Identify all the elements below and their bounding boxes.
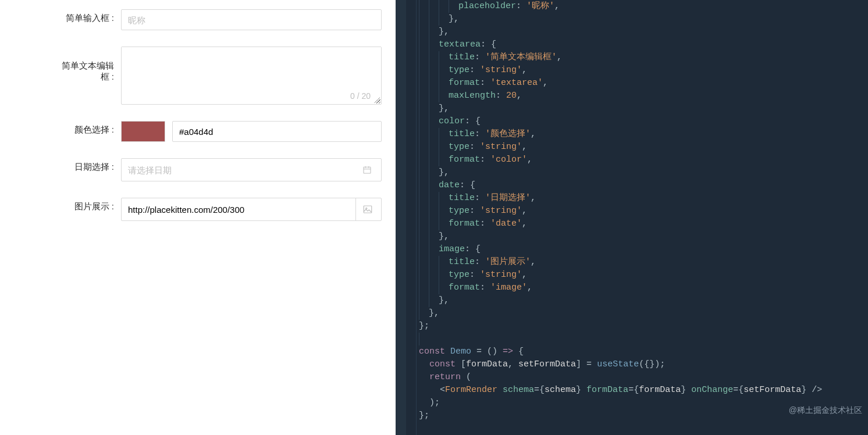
picture-icon[interactable]	[355, 198, 379, 220]
image-url-wrapper	[121, 198, 382, 221]
form-row-simple-input: 简单输入框 :	[5, 9, 382, 30]
image-label: 图片展示 :	[5, 198, 121, 212]
form-preview-pane: 简单输入框 : 简单文本编辑 框 : 0 / 20 颜色选择 : 日期选择 :	[0, 0, 396, 435]
date-input-field[interactable]	[128, 159, 355, 181]
code-gutter	[396, 0, 406, 435]
form-row-textarea: 简单文本编辑 框 : 0 / 20	[5, 47, 382, 105]
svg-rect-0	[364, 167, 371, 173]
textarea-wrapper: 0 / 20	[121, 47, 382, 105]
textarea-field[interactable]	[122, 47, 381, 90]
color-hex-input[interactable]	[172, 121, 382, 142]
simple-input-field[interactable]	[121, 9, 382, 30]
simple-input-label: 简单输入框 :	[5, 9, 121, 24]
textarea-label: 简单文本编辑 框 :	[5, 47, 121, 83]
color-swatch[interactable]	[121, 121, 165, 142]
color-label: 颜色选择 :	[5, 121, 121, 136]
date-picker[interactable]	[121, 158, 382, 181]
watermark-text: @稀土掘金技术社区	[789, 404, 862, 416]
image-url-input[interactable]	[128, 198, 355, 220]
form-row-color: 颜色选择 :	[5, 121, 382, 142]
date-label: 日期选择 :	[5, 158, 121, 173]
form-row-date: 日期选择 :	[5, 158, 382, 181]
svg-rect-4	[364, 206, 372, 213]
code-content[interactable]: placeholder: '昵称',},},textarea: {title: …	[396, 0, 868, 422]
calendar-icon	[355, 159, 379, 181]
textarea-char-counter: 0 / 20	[350, 91, 371, 101]
textarea-resize-handle[interactable]	[374, 97, 380, 103]
code-editor-pane: placeholder: '昵称',},},textarea: {title: …	[396, 0, 868, 435]
form-row-image: 图片展示 :	[5, 198, 382, 221]
code-fold-gutter	[406, 0, 417, 435]
